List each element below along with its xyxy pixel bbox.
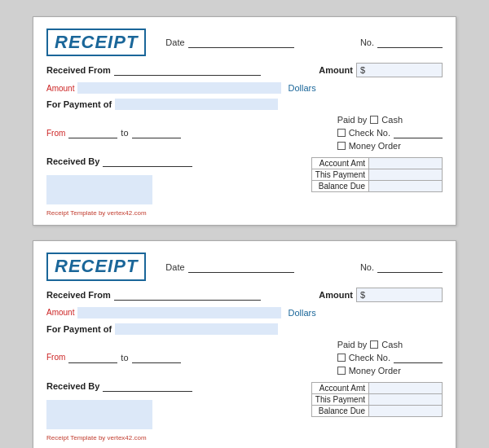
amount-word-label-1: Amount (46, 84, 74, 93)
amount-field-2[interactable] (368, 288, 442, 301)
no-field-1[interactable] (377, 37, 443, 48)
check-checkbox-2[interactable] (337, 354, 346, 362)
balance-due-value-2[interactable] (369, 405, 443, 416)
date-field-1[interactable] (188, 37, 294, 48)
received-from-field-1[interactable] (114, 64, 261, 76)
received-by-section-2: Received By Account Amt This Payment Bal… (46, 380, 443, 429)
amount-label-2: Amount (319, 290, 353, 300)
to-field-2[interactable] (132, 352, 181, 363)
balance-due-row-1: Balance Due (311, 181, 442, 192)
received-by-label-1: Received By (46, 156, 99, 166)
from-label-1: From (46, 129, 65, 138)
for-payment-field-2[interactable] (115, 323, 278, 335)
footer-1: Receipt Template by vertex42.com (46, 209, 443, 217)
dollars-label-1: Dollars (288, 83, 315, 93)
amount-word-label-2: Amount (46, 308, 74, 317)
date-label-2: Date (165, 262, 184, 272)
date-field-2[interactable] (188, 261, 294, 273)
cash-label-1: Cash (381, 115, 403, 125)
received-by-row-1: Received By (46, 156, 192, 167)
received-from-row-2: Received From Amount $ (46, 288, 443, 302)
receipt-card-2: RECEIPT Date No. Received From Amount $ … (33, 240, 456, 448)
balance-due-label-2: Balance Due (311, 405, 368, 416)
from-label-2: From (46, 353, 65, 362)
cash-checkbox-1[interactable] (370, 116, 378, 124)
money-order-label-1: Money Order (349, 141, 401, 151)
amount-label-1: Amount (319, 65, 353, 75)
amount-dollar-1: $ (357, 64, 368, 76)
paid-by-row-2: Paid by Cash (337, 340, 443, 349)
date-section-1: Date (165, 37, 293, 48)
date-section-2: Date (165, 261, 293, 273)
summary-section-1: Account Amt This Payment Balance Due (311, 156, 443, 192)
for-payment-field-1[interactable] (115, 99, 278, 110)
balance-due-value-1[interactable] (369, 181, 443, 192)
amount-words-field-1[interactable] (77, 82, 281, 94)
check-no-row-1: Check No. (337, 127, 443, 138)
to-label-1: to (121, 128, 128, 138)
no-label-2: No. (360, 262, 374, 272)
received-by-section-1: Received By Account Amt This Payment Bal… (46, 156, 443, 204)
balance-due-row-2: Balance Due (311, 405, 442, 416)
receipt-title-2: RECEIPT (46, 253, 146, 280)
money-order-checkbox-2[interactable] (337, 367, 346, 375)
amount-words-row-1: Amount Dollars (46, 82, 443, 94)
from-field-1[interactable] (68, 127, 117, 138)
check-no-label-1: Check No. (349, 128, 390, 138)
this-payment-value-2[interactable] (369, 393, 443, 405)
check-no-row-2: Check No. (337, 352, 443, 363)
summary-table-2: Account Amt This Payment Balance Due (311, 382, 443, 417)
this-payment-row-1: This Payment (311, 169, 442, 181)
for-payment-label-2: For Payment of (46, 324, 112, 334)
for-payment-row-1: For Payment of (46, 99, 443, 110)
to-label-2: to (121, 353, 128, 362)
cash-label-2: Cash (381, 340, 403, 349)
money-order-checkbox-1[interactable] (337, 142, 346, 150)
received-from-row-1: Received From Amount $ (46, 63, 443, 77)
receipt-header-1: RECEIPT Date No. (46, 29, 443, 56)
check-checkbox-1[interactable] (337, 129, 346, 137)
paid-by-label-1: Paid by (337, 115, 368, 125)
this-payment-label-2: This Payment (311, 393, 368, 405)
from-field-2[interactable] (68, 352, 117, 363)
this-payment-label-1: This Payment (311, 169, 368, 181)
summary-section-2: Account Amt This Payment Balance Due (311, 380, 443, 417)
paid-by-section-2: Paid by Cash Check No. Money Order (337, 340, 443, 376)
to-field-1[interactable] (132, 127, 181, 138)
amount-box-2: $ (356, 288, 443, 302)
account-amt-label-1: Account Amt (311, 158, 368, 169)
summary-table-1: Account Amt This Payment Balance Due (311, 157, 443, 192)
dollars-label-2: Dollars (288, 308, 315, 318)
no-field-2[interactable] (377, 261, 443, 273)
money-order-label-2: Money Order (349, 366, 401, 376)
cash-checkbox-2[interactable] (370, 340, 378, 349)
signature-box-1 (46, 175, 152, 204)
this-payment-row-2: This Payment (311, 393, 442, 405)
paid-by-label-2: Paid by (337, 340, 368, 349)
received-by-field-2[interactable] (103, 380, 192, 392)
account-amt-value-2[interactable] (369, 382, 443, 393)
amount-box-1: $ (356, 63, 443, 77)
signature-box-2 (46, 400, 152, 429)
money-order-row-1: Money Order (337, 141, 443, 151)
received-from-field-2[interactable] (114, 289, 261, 301)
check-no-field-1[interactable] (394, 127, 443, 138)
amount-field-1[interactable] (368, 64, 442, 77)
receipt-card-1: RECEIPT Date No. Received From Amount $ … (33, 16, 456, 226)
paid-by-row-1: Paid by Cash (337, 115, 443, 125)
money-order-row-2: Money Order (337, 366, 443, 376)
receipt-header-2: RECEIPT Date No. (46, 253, 443, 280)
check-no-field-2[interactable] (394, 352, 443, 363)
account-amt-value-1[interactable] (369, 158, 443, 169)
received-by-label-2: Received By (46, 381, 99, 391)
amount-words-row-2: Amount Dollars (46, 307, 443, 318)
received-by-field-1[interactable] (103, 156, 192, 167)
from-to-paid-row-2: From to Paid by Cash Check No. Money Ord… (46, 340, 443, 376)
for-payment-row-2: For Payment of (46, 323, 443, 335)
amount-words-field-2[interactable] (77, 307, 281, 318)
account-amt-row-2: Account Amt (311, 382, 442, 393)
date-label-1: Date (165, 37, 184, 47)
footer-2: Receipt Template by vertex42.com (46, 434, 443, 441)
this-payment-value-1[interactable] (369, 169, 443, 181)
account-amt-label-2: Account Amt (311, 382, 368, 393)
